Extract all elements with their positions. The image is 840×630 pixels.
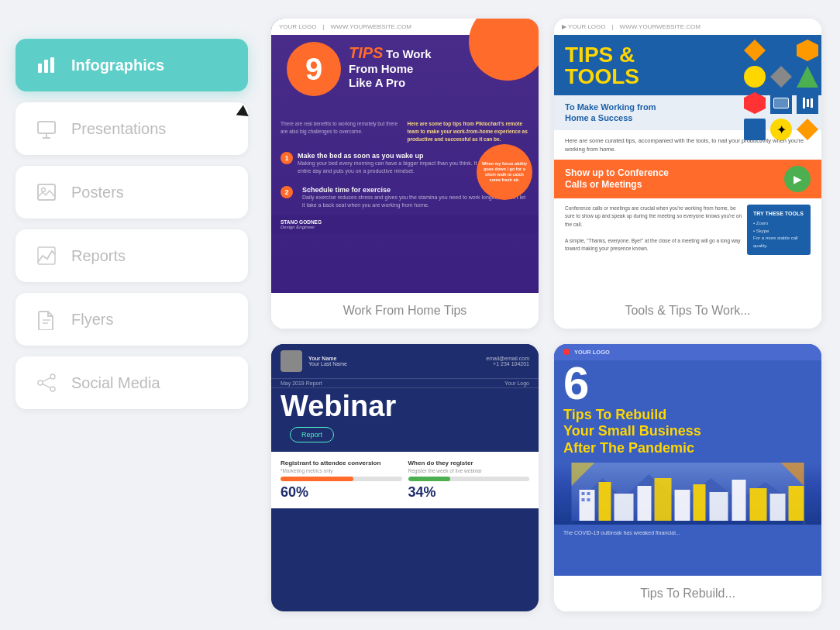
- svg-point-11: [50, 374, 55, 379]
- wfh-like-pro: Like A Pro: [349, 76, 531, 90]
- wfh-callout: When my focus ability goes down I go for…: [477, 144, 532, 200]
- wfh-tips-text: TIPS: [349, 44, 383, 61]
- rebuild-number: 6: [554, 360, 821, 407]
- svg-rect-35: [582, 498, 585, 501]
- tools-try-box: TRY THESE TOOLS • Zoom• SkypeFor a more …: [747, 205, 811, 255]
- stat2-bar: [408, 477, 530, 481]
- stat2-label: When do they register: [408, 460, 530, 466]
- svg-rect-33: [582, 492, 585, 495]
- tools-card-inner: ▶ YOUR LOGO|WWW.YOURWEBSITE.COM TIPS & T…: [554, 19, 821, 293]
- svg-rect-8: [38, 247, 55, 264]
- card-wfh-label: Work From Home Tips: [271, 293, 539, 329]
- file-icon: [34, 307, 59, 332]
- card-rebuild-label: Tips To Rebuild...: [554, 576, 821, 611]
- rebuild-title: Tips To RebuildYour Small BusinessAfter …: [554, 407, 821, 457]
- webinar-card-inner: Your Name Your Last Name email@email.com…: [271, 344, 539, 611]
- card-webinar[interactable]: Your Name Your Last Name email@email.com…: [271, 344, 539, 611]
- quote-title: Design Engineer: [281, 225, 315, 229]
- svg-rect-27: [694, 484, 706, 525]
- stat2-desc: Register the week of live webinar: [408, 468, 530, 473]
- svg-rect-22: [599, 482, 611, 525]
- stat1-sub: *Marketing metrics only: [281, 468, 402, 473]
- sidebar-item-presentations[interactable]: Presentations: [15, 102, 248, 155]
- svg-rect-28: [710, 492, 728, 525]
- step1-number: 1: [281, 152, 293, 164]
- chart-bar-icon: [34, 53, 59, 77]
- webinar-user-info: Your Name Your Last Name: [308, 356, 347, 367]
- webinar-top: Your Name Your Last Name email@email.com…: [271, 344, 539, 378]
- sidebar-social-media-label: Social Media: [71, 374, 160, 392]
- svg-rect-31: [770, 494, 786, 525]
- wfh-quote: STANO GODNEG Design Engineer: [271, 215, 539, 234]
- sidebar-item-infographics[interactable]: Infographics: [15, 39, 248, 91]
- tools-try-title: TRY THESE TOOLS: [753, 209, 804, 218]
- sidebar: Infographics Presentations Posters: [0, 0, 263, 630]
- webinar-stat2: When do they register Register the week …: [408, 460, 530, 501]
- svg-rect-6: [38, 184, 55, 200]
- wfh-tip-text: Here are some top tips from Piktochart's…: [408, 120, 530, 143]
- step2-number: 2: [281, 186, 293, 198]
- sidebar-flyers-label: Flyers: [71, 311, 113, 329]
- sidebar-item-reports[interactable]: Reports: [15, 229, 248, 282]
- svg-rect-24: [638, 486, 652, 525]
- card-wfh-preview: YOUR LOGO|WWW.YOURWEBSITE.COM 9 TIPS To …: [271, 19, 539, 293]
- webinar-user-name: Your Name: [308, 356, 347, 361]
- card-rebuild[interactable]: YOUR LOGO 6 Tips To RebuildYour Small Bu…: [554, 344, 821, 611]
- svg-rect-0: [38, 64, 42, 73]
- card-rebuild-preview: YOUR LOGO 6 Tips To RebuildYour Small Bu…: [554, 344, 821, 576]
- sidebar-item-posters[interactable]: Posters: [15, 166, 248, 219]
- stat2-bar-fill: [408, 477, 451, 481]
- card-wfh[interactable]: YOUR LOGO|WWW.YOURWEBSITE.COM 9 TIPS To …: [271, 19, 539, 329]
- svg-rect-25: [655, 478, 672, 525]
- svg-rect-37: [572, 521, 804, 525]
- rebuild-city-illustration: [554, 463, 821, 525]
- webinar-logo-text: Your Logo: [504, 380, 529, 386]
- stat1-label: Registrant to attendee conversion: [281, 460, 402, 466]
- tools-orange-heading: Show up to ConferenceCalls or Meetings: [565, 167, 669, 191]
- rebuild-logo-dot: [563, 349, 570, 355]
- svg-point-12: [38, 380, 43, 385]
- tools-orange-band: Show up to ConferenceCalls or Meetings ▶: [554, 160, 821, 198]
- svg-rect-23: [615, 494, 634, 525]
- svg-rect-32: [789, 486, 804, 525]
- tools-header: TIPS & TOOLS: [554, 35, 821, 95]
- rebuild-covid-text: The COVID-19 outbreak has wreaked financ…: [554, 525, 821, 542]
- webinar-stat1: Registrant to attendee conversion *Marke…: [281, 460, 402, 501]
- svg-rect-2: [50, 57, 54, 73]
- wfh-card-inner: YOUR LOGO|WWW.YOURWEBSITE.COM 9 TIPS To …: [271, 19, 539, 293]
- svg-rect-1: [44, 60, 48, 73]
- card-tools[interactable]: ▶ YOUR LOGO|WWW.YOURWEBSITE.COM TIPS & T…: [554, 19, 821, 329]
- webinar-email: email@email.com: [486, 356, 529, 361]
- svg-rect-36: [587, 498, 590, 501]
- rebuild-card-inner: YOUR LOGO 6 Tips To RebuildYour Small Bu…: [554, 344, 821, 576]
- tools-top-bar: ▶ YOUR LOGO|WWW.YOURWEBSITE.COM: [554, 19, 821, 35]
- sidebar-item-flyers[interactable]: Flyers: [15, 293, 248, 346]
- tools-try-items: • Zoom• SkypeFor a more stable call qual…: [753, 220, 804, 250]
- svg-rect-30: [750, 488, 767, 525]
- stat1-bar: [281, 477, 402, 481]
- wfh-from-home: From Home: [349, 62, 531, 76]
- share-icon: [34, 370, 59, 395]
- webinar-date-bar: May 2019 Report Your Logo: [271, 378, 539, 388]
- sidebar-infographics-label: Infographics: [71, 57, 164, 74]
- stat1-bar-fill: [281, 477, 353, 481]
- webinar-stats: Registrant to attendee conversion *Marke…: [271, 452, 539, 508]
- svg-rect-34: [587, 492, 590, 495]
- rebuild-logo-text: YOUR LOGO: [574, 349, 610, 356]
- svg-point-13: [50, 387, 55, 391]
- stat1-value: 60%: [281, 484, 402, 501]
- svg-point-7: [42, 188, 46, 192]
- chart-line-icon: [34, 243, 59, 268]
- webinar-title: Webinar: [271, 388, 539, 424]
- svg-rect-26: [675, 490, 690, 525]
- webinar-date: May 2019 Report: [281, 380, 322, 386]
- webinar-user-area: Your Name Your Last Name: [281, 350, 347, 372]
- tools-play-button: ▶: [784, 166, 811, 192]
- quote-name: STANO GODNEG: [281, 219, 322, 225]
- stat2-value: 34%: [408, 484, 530, 501]
- sidebar-item-social-media[interactable]: Social Media: [15, 356, 248, 409]
- wfh-to-work: To Work: [386, 47, 432, 60]
- wfh-step1: 1 Make the bed as soon as you wake up Ma…: [271, 152, 539, 175]
- webinar-avatar: [281, 350, 302, 372]
- svg-rect-3: [38, 122, 55, 133]
